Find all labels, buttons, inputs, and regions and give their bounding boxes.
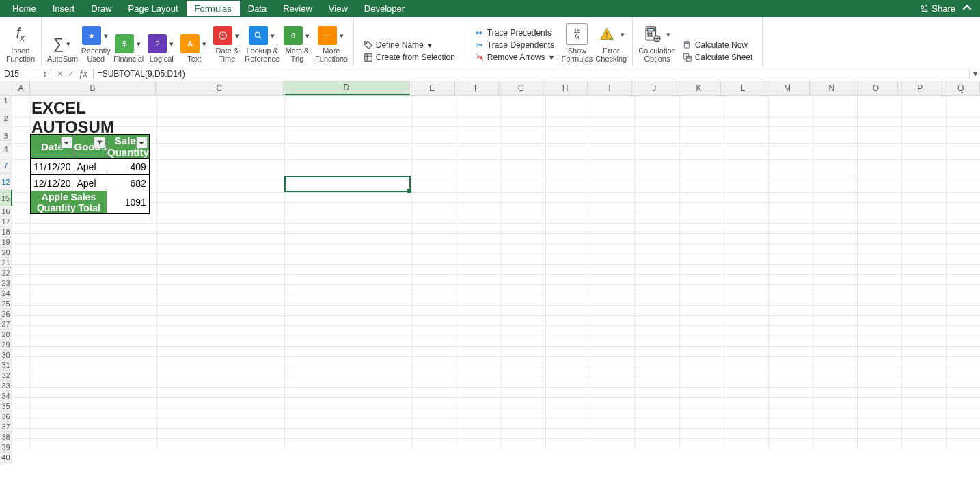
column-header-H[interactable]: H bbox=[543, 81, 588, 95]
calculate-sheet-button[interactable]: Calculate Sheet bbox=[681, 52, 754, 63]
row-header-36[interactable]: 36 bbox=[0, 412, 12, 422]
name-box-spinner[interactable]: ▴▾ bbox=[44, 70, 46, 77]
filter-button-goods[interactable] bbox=[94, 137, 105, 148]
row-header-31[interactable]: 31 bbox=[0, 360, 12, 371]
row-header-17[interactable]: 17 bbox=[0, 217, 12, 227]
row-header-18[interactable]: 18 bbox=[0, 227, 12, 237]
share-button[interactable]: Share bbox=[915, 3, 976, 14]
calculate-now-button[interactable]: Calculate Now bbox=[681, 40, 749, 51]
column-header-O[interactable]: O bbox=[854, 81, 899, 95]
menu-tab-data[interactable]: Data bbox=[240, 1, 275, 16]
column-header-J[interactable]: J bbox=[632, 81, 677, 95]
row-header-7[interactable]: 7 bbox=[0, 157, 12, 174]
autosum-button[interactable]: ∑▾ AutoSum bbox=[47, 34, 78, 63]
menu-tab-home[interactable]: Home bbox=[4, 1, 44, 16]
filter-button-date[interactable] bbox=[61, 137, 72, 148]
row-header-35[interactable]: 35 bbox=[0, 401, 12, 412]
show-formulas-button[interactable]: 15fx Show Formulas bbox=[562, 23, 593, 63]
cell-qty[interactable]: 409 bbox=[107, 159, 150, 175]
row-header-2[interactable]: 2 bbox=[0, 105, 12, 131]
row-header-32[interactable]: 32 bbox=[0, 371, 12, 381]
row-header-33[interactable]: 33 bbox=[0, 381, 12, 391]
row-header-39[interactable]: 39 bbox=[0, 442, 12, 453]
row-header-34[interactable]: 34 bbox=[0, 391, 12, 401]
chevron-up-icon[interactable] bbox=[962, 3, 972, 14]
menu-tab-page-layout[interactable]: Page Layout bbox=[120, 1, 187, 16]
row-header-27[interactable]: 27 bbox=[0, 319, 12, 330]
row-header-28[interactable]: 28 bbox=[0, 330, 12, 340]
row-header-16[interactable]: 16 bbox=[0, 206, 12, 217]
financial-button[interactable]: $▾ Financial bbox=[113, 34, 144, 63]
logical-button[interactable]: ?▾ Logical bbox=[146, 34, 176, 63]
menu-tab-insert[interactable]: Insert bbox=[44, 1, 83, 16]
row-header-19[interactable]: 19 bbox=[0, 237, 12, 248]
cell-goods[interactable]: Apel bbox=[74, 175, 107, 191]
fx-icon-small[interactable]: ƒx bbox=[79, 69, 87, 79]
column-header-N[interactable]: N bbox=[810, 81, 854, 95]
math-trig-button[interactable]: θ▾ Math & Trig bbox=[282, 26, 312, 63]
row-header-40[interactable]: 40 bbox=[0, 453, 12, 463]
row-header-29[interactable]: 29 bbox=[0, 340, 12, 350]
filter-button-sales-quantity[interactable] bbox=[136, 137, 148, 148]
cell-goods[interactable]: Apel bbox=[74, 159, 107, 175]
menu-tab-draw[interactable]: Draw bbox=[83, 1, 120, 16]
row-header-24[interactable]: 24 bbox=[0, 289, 12, 299]
column-header-P[interactable]: P bbox=[898, 81, 942, 95]
row-header-23[interactable]: 23 bbox=[0, 278, 12, 289]
text-button[interactable]: A▾ Text bbox=[179, 34, 209, 63]
column-header-F[interactable]: F bbox=[455, 81, 500, 95]
trace-precedents-button[interactable]: Trace Precedents bbox=[474, 27, 553, 38]
create-from-selection-button[interactable]: Create from Selection bbox=[362, 52, 457, 63]
calc-options-button[interactable]: ▾ Calculation Options bbox=[638, 23, 675, 63]
row-header-26[interactable]: 26 bbox=[0, 309, 12, 319]
row-header-1[interactable]: 1 bbox=[0, 96, 12, 105]
total-value-cell[interactable]: 1091 bbox=[107, 191, 150, 214]
row-header-30[interactable]: 30 bbox=[0, 350, 12, 360]
cell-date[interactable]: 12/12/20 bbox=[31, 175, 74, 191]
menu-tab-review[interactable]: Review bbox=[275, 1, 321, 16]
column-header-K[interactable]: K bbox=[677, 81, 722, 95]
column-header-Q[interactable]: Q bbox=[942, 81, 980, 95]
menu-tab-developer[interactable]: Developer bbox=[356, 1, 413, 16]
column-header-B[interactable]: B bbox=[30, 81, 156, 95]
column-header-G[interactable]: G bbox=[499, 81, 543, 95]
column-header-C[interactable]: C bbox=[156, 81, 283, 95]
row-header-37[interactable]: 37 bbox=[0, 422, 12, 432]
cell-date[interactable]: 11/12/20 bbox=[31, 159, 74, 175]
column-header-D[interactable]: D bbox=[284, 81, 410, 95]
menu-tab-view[interactable]: View bbox=[321, 1, 356, 16]
spreadsheet-grid[interactable]: 1234712151617181920212223242526272829303… bbox=[0, 81, 980, 493]
column-header-I[interactable]: I bbox=[588, 81, 632, 95]
expand-formula-bar[interactable]: ▾ bbox=[969, 69, 980, 79]
total-label[interactable]: Apple Sales Quantity Total bbox=[31, 191, 107, 214]
column-header-L[interactable]: L bbox=[721, 81, 765, 95]
row-header-4[interactable]: 4 bbox=[0, 141, 12, 157]
column-header-M[interactable]: M bbox=[765, 81, 810, 95]
name-box[interactable]: D15 ▴▾ bbox=[0, 69, 51, 79]
row-header-22[interactable]: 22 bbox=[0, 268, 12, 278]
fill-handle[interactable] bbox=[407, 189, 411, 193]
trace-dependents-button[interactable]: Trace Dependents bbox=[474, 40, 556, 51]
lookup-ref-button[interactable]: ▾ Lookup & Reference bbox=[245, 26, 280, 63]
column-header-A[interactable]: A bbox=[12, 81, 30, 95]
insert-function-button[interactable]: fx Insert Function bbox=[5, 23, 36, 63]
error-checking-button[interactable]: ! ▾ Error Checking bbox=[595, 23, 627, 63]
confirm-icon[interactable]: ✓ bbox=[68, 69, 74, 79]
select-all-corner[interactable] bbox=[0, 81, 12, 96]
define-name-button[interactable]: Define Name ▾ bbox=[362, 40, 435, 51]
formula-input[interactable]: =SUBTOTAL(9,D5:D14) bbox=[94, 69, 969, 79]
row-header-21[interactable]: 21 bbox=[0, 258, 12, 268]
row-header-20[interactable]: 20 bbox=[0, 248, 12, 258]
row-header-12[interactable]: 12 bbox=[0, 174, 12, 190]
row-header-38[interactable]: 38 bbox=[0, 432, 12, 442]
row-header-25[interactable]: 25 bbox=[0, 299, 12, 309]
cancel-icon[interactable]: ✕ bbox=[57, 69, 64, 79]
cell-qty[interactable]: 682 bbox=[107, 175, 150, 191]
row-header-3[interactable]: 3 bbox=[0, 131, 12, 141]
column-header-E[interactable]: E bbox=[410, 81, 455, 95]
date-time-button[interactable]: ▾ Date & Time bbox=[212, 26, 242, 63]
recently-used-button[interactable]: ★▾ Recently Used bbox=[81, 26, 111, 63]
row-header-15[interactable]: 15 bbox=[0, 190, 12, 206]
remove-arrows-button[interactable]: Remove Arrows ▾ bbox=[474, 52, 556, 63]
menu-tab-formulas[interactable]: Formulas bbox=[187, 1, 240, 16]
